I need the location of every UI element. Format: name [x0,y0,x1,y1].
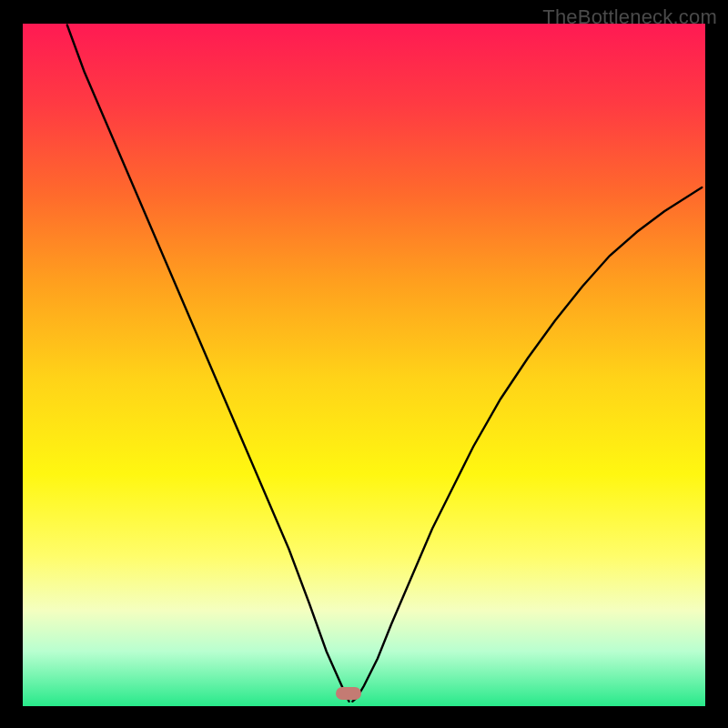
curve-right [352,187,702,702]
watermark-text: TheBottleneck.com [542,5,717,29]
chart-area [23,24,705,706]
chart-curve [23,24,705,706]
optimum-marker [336,687,361,700]
curve-left [67,25,349,702]
